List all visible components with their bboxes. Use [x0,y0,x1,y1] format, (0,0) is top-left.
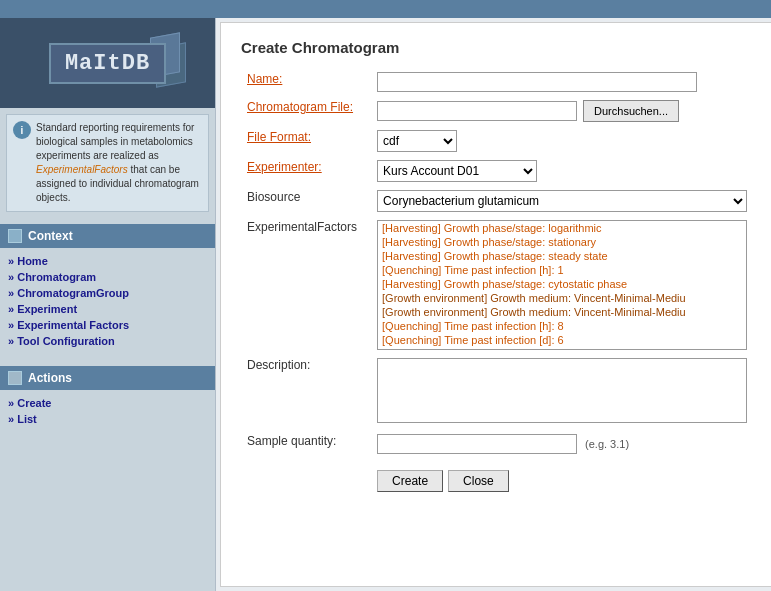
buttons-row: Create Close [241,458,753,496]
factor-item[interactable]: [Harvesting] Growth phase/stage: steady … [378,249,746,263]
logo-box: MaItDB [49,43,166,84]
factor-item[interactable]: [Harvesting] Growth phase/stage: cytosta… [378,277,746,291]
top-bar [0,0,771,18]
nav-experimental-factors[interactable]: Experimental Factors [8,317,207,333]
nav-chromatogramgroup[interactable]: ChromatogramGroup [8,285,207,301]
factor-item[interactable]: [Harvesting] Growth phase/stage: logarit… [378,221,746,235]
nav-experiment[interactable]: Experiment [8,301,207,317]
description-label: Description: [247,358,318,372]
actions-section: Actions Create List [0,360,215,432]
experimental-factors-list[interactable]: [Harvesting] Growth phase/stage: logarit… [377,220,747,350]
sample-quantity-input[interactable] [377,434,577,454]
sample-hint: (e.g. 3.1) [585,438,629,450]
factor-item[interactable]: [Quenching] Time past infection [h]: 1 [378,263,746,277]
context-section-header: Context [0,224,215,248]
actions-nav: Create List [0,390,215,432]
nav-tool-configuration[interactable]: Tool Configuration [8,333,207,349]
close-button[interactable]: Close [448,470,509,492]
file-input-row: Durchsuchen... [377,100,747,122]
factor-item[interactable]: [Quenching] Time past infection [h]: 8 [378,319,746,333]
context-nav: Home Chromatogram ChromatogramGroup Expe… [0,248,215,354]
content-area: Create Chromatogram Name: Chromatogram F… [215,18,771,591]
name-row: Name: [241,68,753,96]
context-icon [8,229,22,243]
factor-item[interactable]: [Growth environment] Growth medium: Vinc… [378,291,746,305]
description-textarea[interactable] [377,358,747,423]
actions-label: Actions [28,371,72,385]
action-list[interactable]: List [8,411,207,427]
create-button[interactable]: Create [377,470,443,492]
name-input[interactable] [377,72,697,92]
name-label[interactable]: Name: [247,72,290,86]
actions-icon [8,371,22,385]
experimental-factors-label: ExperimentalFactors [247,220,365,234]
file-format-select[interactable]: cdf mzXML mzML netCDF [377,130,457,152]
chromatogram-file-label[interactable]: Chromatogram File: [247,100,361,114]
button-row: Create Close [377,470,747,492]
context-label: Context [28,229,73,243]
info-box: i Standard reporting requirements for bi… [6,114,209,212]
biosource-row: Biosource Corynebacterium glutamicum [241,186,753,216]
description-row: Description: [241,354,753,430]
action-create[interactable]: Create [8,395,207,411]
factor-item[interactable]: [Quenching] Time past infection [d]: 6 [378,333,746,347]
sample-quantity-label: Sample quantity: [247,434,344,448]
actions-section-header: Actions [0,366,215,390]
info-text-before: Standard reporting requirements for biol… [36,122,194,161]
info-text-content: Standard reporting requirements for biol… [36,121,202,205]
content-inner: Create Chromatogram Name: Chromatogram F… [220,22,771,587]
form-table: Name: Chromatogram File: Durchsuchen... [241,68,753,496]
logo-area: MaItDB [0,18,215,108]
nav-home[interactable]: Home [8,253,207,269]
logo-text: MaItDB [65,51,150,76]
info-icon: i [13,121,31,139]
file-format-row: File Format: cdf mzXML mzML netCDF [241,126,753,156]
file-format-label[interactable]: File Format: [247,130,319,144]
nav-chromatogram[interactable]: Chromatogram [8,269,207,285]
factor-item[interactable]: [Growth environment] Growth medium: Vinc… [378,305,746,319]
sample-quantity-row: Sample quantity: (e.g. 3.1) [241,430,753,458]
sidebar: MaItDB i Standard reporting requirements… [0,18,215,591]
biosource-select[interactable]: Corynebacterium glutamicum [377,190,747,212]
file-input[interactable] [377,101,577,121]
sample-input-row: (e.g. 3.1) [377,434,747,454]
experimenter-row: Experimenter: Kurs Account D01 Admin [241,156,753,186]
biosource-label: Biosource [247,190,308,204]
info-em: ExperimentalFactors [36,164,128,175]
browse-button[interactable]: Durchsuchen... [583,100,679,122]
experimenter-select[interactable]: Kurs Account D01 Admin [377,160,537,182]
experimenter-label[interactable]: Experimenter: [247,160,330,174]
form-title: Create Chromatogram [241,39,753,56]
chromatogram-file-row: Chromatogram File: Durchsuchen... [241,96,753,126]
experimental-factors-row: ExperimentalFactors [Harvesting] Growth … [241,216,753,354]
factor-item[interactable]: [Harvesting] Growth phase/stage: station… [378,235,746,249]
